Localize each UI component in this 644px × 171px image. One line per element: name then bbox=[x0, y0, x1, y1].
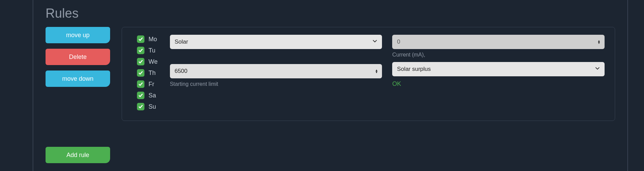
surplus-select-value: Solar surplus bbox=[397, 66, 431, 73]
day-row: Th bbox=[137, 69, 158, 77]
number-stepper-icon[interactable]: ▲▼ bbox=[375, 69, 378, 73]
day-label: Th bbox=[149, 69, 156, 77]
chevron-down-icon bbox=[372, 38, 378, 46]
surplus-select[interactable]: Solar surplus bbox=[392, 62, 605, 76]
section-title: Rules bbox=[46, 6, 615, 21]
days-column: Mo Tu We Th bbox=[137, 35, 158, 110]
day-label: Fr bbox=[149, 81, 154, 88]
day-checkbox-mo[interactable] bbox=[137, 35, 144, 43]
day-checkbox-fr[interactable] bbox=[137, 80, 144, 88]
mode-select[interactable]: Solar bbox=[170, 35, 382, 49]
add-rule-button[interactable]: Add rule bbox=[46, 147, 110, 163]
day-label: Tu bbox=[149, 47, 155, 54]
day-checkbox-th[interactable] bbox=[137, 69, 144, 77]
move-down-button[interactable]: move down bbox=[46, 71, 110, 87]
status-ok: OK bbox=[392, 80, 605, 88]
day-checkbox-we[interactable] bbox=[137, 58, 144, 65]
move-up-button[interactable]: move up bbox=[46, 27, 110, 43]
number-stepper-icon[interactable]: ▲▼ bbox=[597, 40, 601, 44]
chevron-down-icon bbox=[594, 65, 601, 73]
current-helper: Current (mA), bbox=[392, 52, 605, 58]
starting-current-helper: Starting current limit bbox=[170, 81, 382, 87]
current-input[interactable]: 0 ▲▼ bbox=[392, 35, 605, 49]
day-row: Mo bbox=[137, 35, 158, 43]
day-label: Sa bbox=[149, 92, 156, 99]
day-row: Sa bbox=[137, 92, 158, 99]
day-row: Su bbox=[137, 103, 158, 110]
day-label: Su bbox=[149, 103, 156, 110]
day-row: Tu bbox=[137, 47, 158, 54]
starting-current-input[interactable]: 6500 ▲▼ bbox=[170, 64, 382, 78]
day-checkbox-tu[interactable] bbox=[137, 47, 144, 54]
day-label: We bbox=[149, 58, 158, 65]
rule-card: Mo Tu We Th bbox=[122, 27, 615, 121]
day-label: Mo bbox=[149, 36, 157, 43]
delete-button[interactable]: Delete bbox=[46, 49, 110, 65]
current-input-value: 0 bbox=[397, 38, 400, 45]
day-row: We bbox=[137, 58, 158, 65]
starting-current-value: 6500 bbox=[175, 68, 188, 75]
day-checkbox-su[interactable] bbox=[137, 103, 144, 110]
day-checkbox-sa[interactable] bbox=[137, 92, 144, 99]
day-row: Fr bbox=[137, 80, 158, 88]
mode-select-value: Solar bbox=[175, 38, 188, 45]
rule-actions-sidebar: move up Delete move down Add rule bbox=[46, 27, 110, 163]
